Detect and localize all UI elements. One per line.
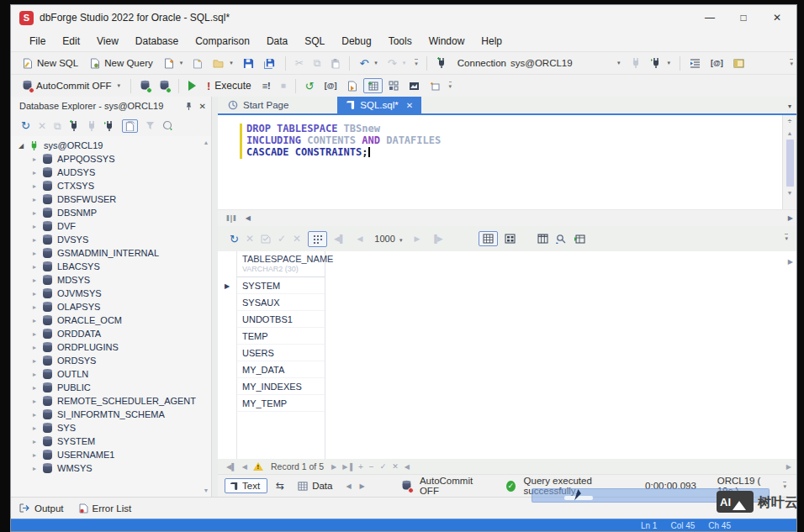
table-row[interactable]: MY_TEMP (237, 395, 325, 412)
expander-icon[interactable]: ▸ (31, 155, 38, 163)
tree-item-dbsfwuser[interactable]: ▸DBSFWUSER (11, 192, 211, 206)
append-record-icon[interactable]: + (358, 462, 363, 471)
menu-data[interactable]: Data (258, 33, 296, 50)
expander-icon[interactable]: ◢ (18, 142, 24, 150)
column-header[interactable]: TABLESPACE_NAME VARCHAR2 (30) (237, 251, 325, 277)
expander-icon[interactable]: ▸ (31, 169, 38, 176)
tab-list-dropdown-icon[interactable]: ▾ (788, 103, 791, 110)
tree-item-outln[interactable]: ▸OUTLN (11, 367, 211, 381)
close-tab-icon[interactable]: ✕ (406, 101, 413, 110)
duplicate-icon[interactable]: ⧉ (54, 121, 61, 131)
page-size-dropdown[interactable]: 1000 ▾ (374, 234, 402, 244)
tree-item-oracle_ocm[interactable]: ▸ORACLE_OCM (11, 313, 211, 327)
prev-page-icon[interactable]: ◀ (357, 234, 362, 243)
expander-icon[interactable]: ▸ (31, 209, 38, 217)
scroll-left-icon[interactable]: ◀ (246, 214, 251, 222)
execute-script-button[interactable]: ≡! (258, 78, 275, 93)
table-row[interactable]: TEMP (237, 328, 325, 345)
edit-parameters-button[interactable]: [@] (320, 79, 341, 92)
grid-view-button[interactable] (479, 231, 498, 246)
card-view-button[interactable] (505, 234, 516, 244)
last-record-icon[interactable]: ▶▐ (342, 463, 352, 471)
expander-icon[interactable]: ▸ (31, 451, 38, 459)
cancel-icon[interactable]: ✕ (246, 234, 254, 244)
export-data-button[interactable] (574, 234, 585, 245)
rollback-button[interactable] (156, 78, 173, 94)
prev-record-icon[interactable]: ◀ (242, 463, 247, 471)
menu-sql[interactable]: SQL (296, 33, 333, 50)
tree-item-username1[interactable]: ▸USERNAME1 (11, 448, 211, 461)
table-row[interactable]: USERS (237, 345, 325, 361)
connect-icon[interactable] (87, 120, 97, 132)
connection-combo[interactable]: Connection sys@ORCL19 ▾ (452, 55, 626, 71)
toolbar-overflow-icon[interactable]: ▾ (415, 59, 418, 67)
last-page-icon[interactable]: ▐▶ (431, 234, 442, 243)
tree-item-ojvmsys[interactable]: ▸OJVMSYS (11, 287, 211, 300)
tree-item-appqossys[interactable]: ▸APPQOSSYS (11, 152, 211, 166)
expander-icon[interactable]: ▸ (31, 317, 38, 324)
splitter-grip-icon[interactable]: ÷ (788, 117, 792, 125)
menu-debug[interactable]: Debug (333, 33, 379, 50)
filter-icon[interactable] (145, 121, 155, 130)
tree-item-root[interactable]: ◢sys@ORCL19 (11, 139, 211, 152)
query-history-button[interactable]: ↺ (301, 78, 319, 94)
menu-tools[interactable]: Tools (380, 33, 421, 50)
apply-changes-icon[interactable] (261, 234, 271, 244)
tree-item-olapsys[interactable]: ▸OLAPSYS (11, 300, 211, 313)
query-profiler-button[interactable] (384, 78, 403, 93)
tree-item-orddata[interactable]: ▸ORDDATA (11, 327, 211, 340)
toolbar-overflow-icon[interactable]: ▾ (449, 82, 452, 90)
tree-item-ordplugins[interactable]: ▸ORDPLUGINS (11, 340, 211, 354)
expander-icon[interactable]: ▸ (31, 344, 38, 351)
menu-file[interactable]: File (21, 33, 54, 50)
tree-item-ordsys[interactable]: ▸ORDSYS (11, 354, 211, 367)
tree-item-dvsys[interactable]: ▸DVSYS (11, 233, 211, 246)
stop-button[interactable]: ■ (277, 79, 290, 92)
expander-icon[interactable]: ▸ (31, 438, 38, 445)
tree-item-sys[interactable]: ▸SYS (11, 421, 211, 435)
text-view-button[interactable]: Text (225, 478, 267, 493)
new-connection-icon[interactable] (69, 120, 79, 132)
toolbar-overflow-icon[interactable]: ▾ (785, 234, 788, 242)
tree-item-dvf[interactable]: ▸DVF (11, 219, 211, 233)
scrollbar-thumb[interactable] (786, 140, 794, 187)
cut-button[interactable]: ✂ (291, 55, 308, 71)
expander-icon[interactable]: ▸ (31, 182, 38, 190)
menu-window[interactable]: Window (421, 33, 473, 50)
format-button[interactable] (685, 56, 705, 71)
scroll-right-icon[interactable]: ▶ (788, 258, 793, 266)
scroll-up-icon[interactable]: ▲ (787, 130, 793, 136)
accept-icon[interactable]: ✓ (278, 234, 286, 244)
document-outline-button[interactable] (729, 56, 748, 71)
refresh-object-icon[interactable] (162, 120, 173, 131)
results-to-grid-button[interactable] (363, 78, 383, 93)
prev-view-icon[interactable]: ◀ (346, 482, 351, 490)
expander-icon[interactable]: ▸ (31, 236, 38, 244)
expander-icon[interactable]: ▸ (31, 330, 38, 338)
editor-horizontal-scrollbar[interactable]: ǁ|ǁ ◀ ▶ (218, 209, 796, 226)
close-panel-icon[interactable]: ✕ (199, 102, 206, 111)
next-page-icon[interactable]: ▶ (414, 234, 420, 243)
copy-button[interactable]: ⧉ (309, 55, 325, 71)
search-in-grid-button[interactable] (555, 234, 567, 245)
next-record-icon[interactable]: ▶ (331, 463, 336, 471)
sql-editor[interactable]: DROP TABLESPACE TBSnewINCLUDING CONTENTS… (218, 115, 796, 209)
new-connection-button[interactable] (432, 55, 451, 71)
tree-item-mdsys[interactable]: ▸MDSYS (11, 273, 211, 287)
redo-button[interactable]: ↷▾ (383, 55, 410, 71)
data-view-button[interactable]: Data (293, 478, 337, 493)
expander-icon[interactable]: ▸ (31, 465, 38, 472)
tree-item-remote_scheduler_agent[interactable]: ▸REMOTE_SCHEDULER_AGENT (11, 394, 211, 408)
panel-splitter[interactable] (212, 97, 218, 497)
execute-button[interactable]: ! Execute (202, 77, 257, 95)
maximize-button[interactable]: □ (738, 12, 749, 24)
next-view-icon[interactable]: ▶ (360, 482, 365, 490)
expander-icon[interactable]: ▸ (31, 223, 38, 230)
refresh-icon[interactable]: ↻ (21, 120, 30, 131)
expander-icon[interactable]: ▸ (31, 303, 38, 311)
menu-database[interactable]: Database (127, 33, 187, 50)
expander-icon[interactable]: ▸ (31, 384, 38, 392)
save-all-button[interactable] (260, 55, 280, 71)
first-record-icon[interactable]: ◀▌ (226, 463, 236, 471)
show-documents-button[interactable] (122, 119, 138, 133)
